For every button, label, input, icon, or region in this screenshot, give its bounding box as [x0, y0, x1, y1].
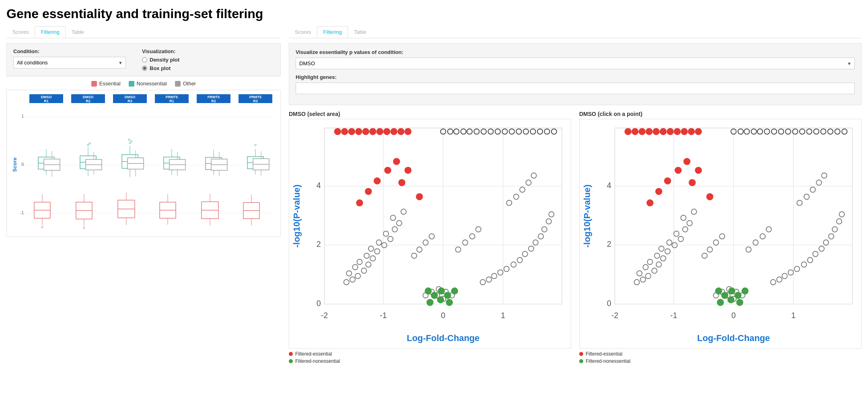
- svg-text:-2: -2: [611, 311, 619, 320]
- svg-point-292: [653, 128, 660, 135]
- svg-point-179: [369, 128, 376, 135]
- visualization-label: Visualization:: [142, 48, 179, 54]
- radio-box-input[interactable]: [142, 66, 147, 71]
- legend-nonessential-dot: [129, 81, 134, 87]
- svg-text:2: 2: [317, 240, 321, 248]
- svg-text:R3: R3: [253, 99, 258, 103]
- highlight-input[interactable]: [296, 83, 855, 94]
- condition-control: Condition: All conditions DMSO PRMT5 ▼: [13, 48, 126, 68]
- svg-point-183: [397, 128, 405, 135]
- svg-point-191: [398, 179, 405, 186]
- svg-point-296: [681, 128, 688, 135]
- svg-point-38: [87, 144, 89, 146]
- tab-right-table[interactable]: Table: [348, 26, 372, 38]
- page-title: Gene essentiality and training-set filte…: [6, 6, 862, 21]
- svg-text:-log10(P-value): -log10(P-value): [582, 184, 592, 248]
- tab-left-table[interactable]: Table: [66, 26, 90, 38]
- volcano-2-svg[interactable]: -log10(P-value) 0 2 4 Log-Fold-Change -2…: [579, 119, 862, 349]
- svg-text:R2: R2: [211, 99, 216, 103]
- highlight-field: Highlight genes:: [296, 74, 855, 94]
- left-legend: Essential Nonessential Other: [6, 81, 281, 87]
- right-condition-select[interactable]: DMSO PRMT5: [296, 58, 855, 69]
- left-panel: Scores Filtering Table Condition: All co…: [6, 26, 281, 364]
- volcano-1-legend: Filtered-essential Filtered-nonessential: [289, 351, 571, 364]
- svg-text:DMSO: DMSO: [83, 95, 94, 99]
- svg-text:0: 0: [21, 162, 24, 167]
- svg-point-21: [41, 226, 43, 228]
- legend-essential: Essential: [91, 81, 121, 87]
- svg-point-39: [89, 143, 91, 144]
- svg-point-215: [438, 288, 445, 295]
- volcano-row: DMSO (select area) -log10(P-value) 0 2 4…: [289, 111, 862, 364]
- svg-point-326: [728, 296, 735, 304]
- svg-point-216: [426, 299, 434, 306]
- svg-text:-log10(P-value): -log10(P-value): [292, 184, 302, 248]
- boxplot-area: Score 1 0 -1 DMSO R1: [6, 90, 281, 237]
- volcano-1-svg[interactable]: -log10(P-value) 0 2 4 Log-Fold-Change -2…: [289, 119, 571, 349]
- boxplot-svg: Score 1 0 -1 DMSO R1: [11, 94, 276, 231]
- svg-point-306: [706, 193, 714, 201]
- svg-text:DMSO: DMSO: [41, 95, 52, 99]
- svg-text:4: 4: [317, 181, 321, 190]
- svg-text:4: 4: [607, 181, 611, 190]
- svg-point-190: [405, 167, 412, 174]
- right-controls: Visualize essentiality p values of condi…: [289, 43, 862, 105]
- svg-point-289: [631, 128, 639, 135]
- svg-point-174: [334, 128, 341, 135]
- svg-text:R2: R2: [86, 99, 91, 103]
- svg-point-103: [255, 144, 256, 146]
- legend-filtered-nonessential-dot-1: [289, 359, 293, 363]
- svg-text:-1: -1: [20, 211, 24, 215]
- legend-other-dot: [175, 81, 181, 87]
- legend-filtered-nonessential-1: Filtered-nonessential: [289, 358, 571, 364]
- tab-right-scores[interactable]: Scores: [289, 26, 317, 38]
- svg-point-328: [742, 288, 749, 295]
- legend-essential-label: Essential: [99, 81, 121, 87]
- radio-density[interactable]: Density plot: [142, 57, 179, 63]
- legend-filtered-essential-1: Filtered-essential: [289, 351, 571, 357]
- svg-text:DMSO: DMSO: [125, 95, 136, 99]
- legend-essential-dot: [91, 81, 97, 87]
- svg-text:-1: -1: [670, 311, 677, 320]
- svg-point-189: [393, 158, 400, 165]
- svg-point-184: [405, 128, 412, 135]
- svg-text:PRMT5: PRMT5: [166, 95, 178, 99]
- svg-point-325: [721, 292, 728, 299]
- legend-filtered-nonessential-label-2: Filtered-nonessential: [586, 358, 630, 364]
- svg-point-181: [383, 128, 391, 135]
- svg-point-214: [451, 288, 459, 295]
- svg-point-185: [356, 199, 363, 207]
- svg-point-290: [639, 128, 646, 135]
- volcano-2-legend: Filtered-essential Filtered-nonessential: [579, 351, 862, 364]
- tab-right-filtering[interactable]: Filtering: [317, 26, 348, 38]
- svg-point-327: [734, 292, 742, 299]
- radio-box[interactable]: Box plot: [142, 65, 179, 71]
- condition-select[interactable]: All conditions DMSO PRMT5: [13, 57, 126, 68]
- legend-filtered-essential-dot-2: [579, 352, 583, 356]
- svg-text:2: 2: [607, 240, 611, 248]
- svg-point-188: [384, 167, 391, 174]
- legend-filtered-nonessential-2: Filtered-nonessential: [579, 358, 862, 364]
- svg-text:PRMT5: PRMT5: [249, 95, 262, 99]
- tab-left-scores[interactable]: Scores: [6, 26, 35, 38]
- svg-point-56: [131, 141, 132, 142]
- tab-left-filtering[interactable]: Filtering: [35, 26, 65, 38]
- visualize-label: Visualize essentiality p values of condi…: [296, 49, 855, 55]
- svg-point-294: [667, 128, 674, 135]
- svg-text:R1: R1: [44, 99, 49, 103]
- svg-point-192: [416, 193, 423, 201]
- left-tab-bar: Scores Filtering Table: [6, 26, 281, 38]
- visualize-field: Visualize essentiality p values of condi…: [296, 49, 855, 69]
- right-condition-select-wrapper: DMSO PRMT5 ▼: [296, 58, 855, 69]
- legend-filtered-essential-2: Filtered-essential: [579, 351, 862, 357]
- svg-point-302: [675, 167, 682, 174]
- svg-point-291: [646, 128, 653, 135]
- svg-point-210: [425, 288, 432, 295]
- radio-density-input[interactable]: [142, 57, 147, 62]
- legend-filtered-essential-dot-1: [289, 352, 293, 356]
- svg-text:1: 1: [501, 311, 505, 320]
- legend-filtered-nonessential-label-1: Filtered-nonessential: [295, 358, 340, 364]
- svg-point-329: [728, 288, 736, 295]
- svg-point-288: [625, 128, 632, 135]
- svg-point-212: [437, 296, 444, 304]
